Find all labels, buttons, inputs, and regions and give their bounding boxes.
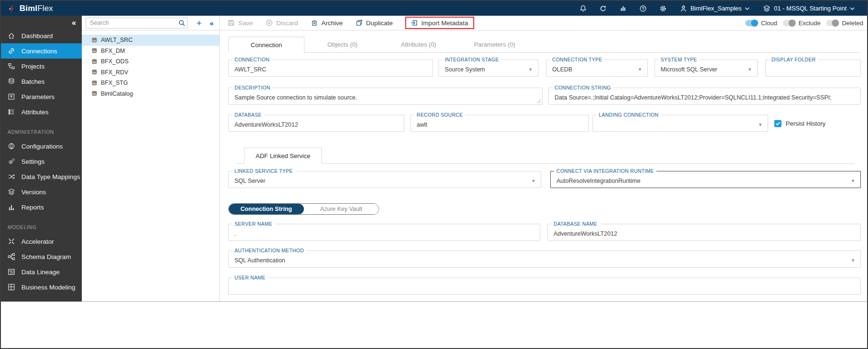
display-folder-label: DISPLAY FOLDER xyxy=(769,57,818,62)
help-button[interactable]: ? xyxy=(633,1,653,16)
collapse-list-button[interactable]: « xyxy=(210,19,214,27)
server-name-field[interactable]: SERVER NAME . xyxy=(228,224,540,241)
sidebar-collapse-button[interactable]: « xyxy=(1,16,82,28)
connection-type-select[interactable]: CONNECTION TYPE OLEDB ▼ xyxy=(546,60,648,77)
authentication-method-select[interactable]: AUTHENTICATION METHOD SQL Authentication… xyxy=(228,250,861,268)
connection-field[interactable]: CONNECTION AWLT_SRC xyxy=(228,60,433,77)
database-field[interactable]: DATABASE AdventureWorksLT2012 xyxy=(228,115,404,132)
segment-azure-key-vault[interactable]: Azure Key Vault xyxy=(304,204,379,214)
app-bottom-border xyxy=(1,301,867,302)
search-input[interactable] xyxy=(86,18,188,29)
sidebar-item-label: Reports xyxy=(21,204,44,211)
add-connection-button[interactable]: + xyxy=(196,19,202,28)
sidebar-item-attributes[interactable]: Attributes xyxy=(1,104,82,120)
svg-text:?: ? xyxy=(642,6,644,11)
cloud-toggle-label: Cloud xyxy=(761,20,777,27)
sidebar-nav: « Dashboard Connections Projects Batches… xyxy=(1,16,82,301)
sidebar-item-schema-diagram[interactable]: Schema Diagram xyxy=(1,249,82,264)
server-name-label: SERVER NAME xyxy=(232,221,275,227)
system-type-select[interactable]: SYSTEM TYPE Microsoft SQL Server ▼ xyxy=(654,60,758,77)
exclude-toggle[interactable]: Exclude xyxy=(783,20,820,27)
list-item-bfx-rdv[interactable]: SQL BFX_RDV xyxy=(82,67,219,78)
sidebar-item-dashboard[interactable]: Dashboard xyxy=(1,28,82,43)
display-folder-field[interactable]: DISPLAY FOLDER xyxy=(765,60,861,77)
link-icon xyxy=(8,47,15,55)
import-metadata-button[interactable]: Import Metadata xyxy=(405,17,474,29)
save-button[interactable]: Save xyxy=(227,19,253,27)
sidebar-item-configurations[interactable]: Configurations xyxy=(1,139,82,154)
refresh-button[interactable] xyxy=(593,1,613,16)
connection-string-field[interactable]: CONNECTION STRING Data Source=.;Initial … xyxy=(548,88,861,105)
checkbox-checked-icon[interactable] xyxy=(774,120,781,127)
linked-service-type-select[interactable]: LINKED SERVICE TYPE SQL Server ▼ xyxy=(228,171,541,188)
landing-connection-select[interactable]: LANDING CONNECTION ▼ xyxy=(593,115,768,132)
reports-bars-icon xyxy=(619,5,627,12)
tab-connection[interactable]: Connection xyxy=(228,37,304,53)
credential-mode-switch: Connection String Azure Key Vault xyxy=(228,203,379,215)
sidebar-item-label: Schema Diagram xyxy=(21,253,71,260)
sidebar-item-data-type-mappings[interactable]: Data Type Mappings xyxy=(1,169,82,184)
notifications-button[interactable] xyxy=(573,1,593,16)
sql-database-icon: SQL xyxy=(91,69,98,75)
list-item-bfx-stg[interactable]: SQL BFX_STG xyxy=(82,78,219,89)
tab-adf-linked-service[interactable]: ADF Linked Service xyxy=(244,148,322,164)
database-name-field[interactable]: DATABASE NAME AdventureWorksLT2012 xyxy=(547,224,861,241)
dropdown-arrow-icon: ▼ xyxy=(748,67,752,72)
persist-history-checkbox-group[interactable]: Persist History xyxy=(774,120,826,127)
detail-tabs: Connection Objects (0) Attributes (0) Pa… xyxy=(228,37,861,53)
sidebar-item-connections[interactable]: Connections xyxy=(1,43,82,59)
stacked-cylinders-icon xyxy=(8,78,15,85)
settings-button[interactable] xyxy=(653,1,673,16)
bell-icon xyxy=(579,5,587,12)
record-source-field[interactable]: RECORD SOURCE awlt xyxy=(410,115,589,132)
sidebar-item-reports[interactable]: Reports xyxy=(1,199,82,215)
tab-parameters[interactable]: Parameters (0) xyxy=(457,37,533,52)
integration-stage-select[interactable]: INTEGRATION STAGE Source System ▼ xyxy=(439,60,538,77)
globe-swirl-icon xyxy=(8,142,15,150)
system-type-label: SYSTEM TYPE xyxy=(658,57,700,62)
sidebar-item-accelerator[interactable]: Accelerator xyxy=(1,234,82,249)
list-item-label: BimlCatalog xyxy=(101,90,133,97)
duplicate-button[interactable]: Duplicate xyxy=(355,19,393,27)
archive-button[interactable]: Archive xyxy=(311,19,343,27)
user-name-field[interactable]: USER NAME xyxy=(228,278,861,295)
deleted-toggle[interactable]: Deleted xyxy=(826,20,863,27)
sidebar-item-business-modeling[interactable]: Business Modeling xyxy=(1,279,82,295)
list-item-bfx-dm[interactable]: SQL BFX_DM xyxy=(82,46,219,57)
sidebar-item-versions[interactable]: Versions xyxy=(1,184,82,199)
list-item-bimlcatalog[interactable]: SQL BimlCatalog xyxy=(82,89,219,100)
list-item-awlt-src[interactable]: SQL AWLT_SRC xyxy=(82,35,219,46)
account-label: BimlFlex_Samples xyxy=(691,5,742,12)
adf-tabs: ADF Linked Service xyxy=(236,148,855,164)
sidebar-item-settings[interactable]: Settings xyxy=(1,154,82,169)
discard-button[interactable]: Discard xyxy=(265,19,298,27)
sidebar-item-label: Dashboard xyxy=(21,32,53,40)
sidebar-item-projects[interactable]: Projects xyxy=(1,59,82,74)
resize-handle-icon[interactable] xyxy=(537,99,541,103)
environment-menu[interactable]: 01 - MSSQL Starting Point xyxy=(756,1,867,16)
sidebar-item-parameters[interactable]: Parameters xyxy=(1,89,82,104)
import-icon xyxy=(410,19,418,27)
list-item-bfx-ods[interactable]: SQL BFX_ODS xyxy=(82,56,219,67)
description-textarea[interactable]: DESCRIPTION Sample Source connection to … xyxy=(228,88,543,105)
action-toolbar: Save Discard Archive Duplicate Import Me… xyxy=(220,16,867,30)
connection-type-value: OLEDB xyxy=(552,66,572,73)
sidebar-item-label: Connections xyxy=(21,48,57,55)
connect-via-integration-runtime-select[interactable]: CONNECT VIA INTEGRATION RUNTIME AutoReso… xyxy=(550,171,861,188)
tab-objects[interactable]: Objects (0) xyxy=(304,37,380,52)
account-menu[interactable]: BimlFlex_Samples xyxy=(673,1,757,16)
segment-connection-string[interactable]: Connection String xyxy=(229,204,304,214)
connection-string-label: CONNECTION STRING xyxy=(552,85,613,90)
svg-text:SQL: SQL xyxy=(93,61,97,63)
sidebar-item-data-lineage[interactable]: Data Lineage xyxy=(1,264,82,279)
sidebar-item-label: Settings xyxy=(21,158,45,165)
sidebar-item-batches[interactable]: Batches xyxy=(1,74,82,89)
cloud-toggle[interactable]: Cloud xyxy=(745,20,777,27)
landing-connection-label: LANDING CONNECTION xyxy=(596,112,661,118)
tab-attributes[interactable]: Attributes (0) xyxy=(380,37,457,52)
dropdown-arrow-icon: ▼ xyxy=(851,258,855,263)
persist-history-label: Persist History xyxy=(786,120,826,127)
svg-text:SQL: SQL xyxy=(93,50,97,52)
brand-logo: BimlFlex xyxy=(1,3,53,14)
reports-button[interactable] xyxy=(613,1,633,16)
